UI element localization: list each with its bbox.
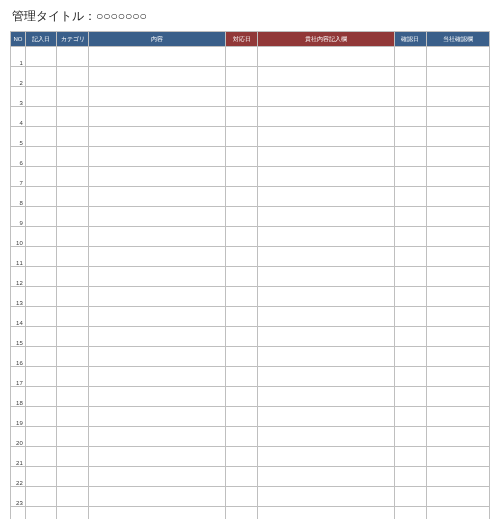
cell-ack-date xyxy=(395,507,427,520)
table-row: 10 xyxy=(11,227,490,247)
cell-our-confirm xyxy=(426,387,489,407)
table-row: 23 xyxy=(11,487,490,507)
cell-content xyxy=(89,107,226,127)
cell-our-confirm xyxy=(426,467,489,487)
cell-entry-date xyxy=(25,387,57,407)
cell-ack-date xyxy=(395,107,427,127)
cell-no: 22 xyxy=(11,467,26,487)
cell-content xyxy=(89,207,226,227)
table-row: 15 xyxy=(11,327,490,347)
cell-entry-date xyxy=(25,87,57,107)
cell-our-confirm xyxy=(426,507,489,520)
table-row: 16 xyxy=(11,347,490,367)
cell-no: 7 xyxy=(11,167,26,187)
header-entry-date: 記入日 xyxy=(25,32,57,47)
cell-entry-date xyxy=(25,407,57,427)
table-row: 21 xyxy=(11,447,490,467)
table-row: 24 xyxy=(11,507,490,520)
cell-our-confirm xyxy=(426,207,489,227)
cell-no: 13 xyxy=(11,287,26,307)
cell-their-entry xyxy=(257,127,394,147)
cell-content xyxy=(89,47,226,67)
cell-no: 6 xyxy=(11,147,26,167)
management-table: NO 記入日 カテゴリ 内容 対応日 貴社内容記入欄 確認日 当社確認欄 123… xyxy=(10,31,490,519)
cell-no: 2 xyxy=(11,67,26,87)
cell-their-entry xyxy=(257,447,394,467)
cell-no: 15 xyxy=(11,327,26,347)
cell-entry-date xyxy=(25,487,57,507)
header-row: NO 記入日 カテゴリ 内容 対応日 貴社内容記入欄 確認日 当社確認欄 xyxy=(11,32,490,47)
cell-category xyxy=(57,287,89,307)
table-row: 7 xyxy=(11,167,490,187)
cell-content xyxy=(89,67,226,87)
cell-content xyxy=(89,287,226,307)
cell-no: 16 xyxy=(11,347,26,367)
cell-ack-date xyxy=(395,67,427,87)
cell-no: 21 xyxy=(11,447,26,467)
cell-category xyxy=(57,47,89,67)
cell-our-confirm xyxy=(426,167,489,187)
cell-their-entry xyxy=(257,347,394,367)
cell-their-entry xyxy=(257,47,394,67)
cell-content xyxy=(89,247,226,267)
cell-ack-date xyxy=(395,447,427,467)
cell-no: 11 xyxy=(11,247,26,267)
cell-response-date xyxy=(226,47,258,67)
table-row: 17 xyxy=(11,367,490,387)
header-their-entry: 貴社内容記入欄 xyxy=(257,32,394,47)
cell-their-entry xyxy=(257,327,394,347)
cell-our-confirm xyxy=(426,327,489,347)
cell-ack-date xyxy=(395,47,427,67)
cell-ack-date xyxy=(395,367,427,387)
cell-entry-date xyxy=(25,67,57,87)
cell-ack-date xyxy=(395,267,427,287)
cell-ack-date xyxy=(395,247,427,267)
cell-their-entry xyxy=(257,467,394,487)
cell-no: 9 xyxy=(11,207,26,227)
cell-content xyxy=(89,467,226,487)
cell-response-date xyxy=(226,107,258,127)
cell-our-confirm xyxy=(426,447,489,467)
cell-their-entry xyxy=(257,367,394,387)
cell-category xyxy=(57,127,89,147)
cell-response-date xyxy=(226,507,258,520)
cell-ack-date xyxy=(395,287,427,307)
cell-content xyxy=(89,487,226,507)
cell-no: 10 xyxy=(11,227,26,247)
cell-category xyxy=(57,347,89,367)
table-row: 8 xyxy=(11,187,490,207)
cell-no: 17 xyxy=(11,367,26,387)
cell-their-entry xyxy=(257,307,394,327)
cell-response-date xyxy=(226,67,258,87)
cell-their-entry xyxy=(257,487,394,507)
cell-content xyxy=(89,327,226,347)
cell-category xyxy=(57,247,89,267)
table-row: 9 xyxy=(11,207,490,227)
cell-their-entry xyxy=(257,187,394,207)
table-row: 2 xyxy=(11,67,490,87)
cell-response-date xyxy=(226,87,258,107)
table-row: 20 xyxy=(11,427,490,447)
cell-content xyxy=(89,307,226,327)
cell-content xyxy=(89,87,226,107)
table-row: 14 xyxy=(11,307,490,327)
cell-content xyxy=(89,447,226,467)
cell-their-entry xyxy=(257,407,394,427)
cell-response-date xyxy=(226,127,258,147)
cell-our-confirm xyxy=(426,307,489,327)
cell-category xyxy=(57,227,89,247)
cell-entry-date xyxy=(25,207,57,227)
table-row: 6 xyxy=(11,147,490,167)
table-row: 19 xyxy=(11,407,490,427)
cell-their-entry xyxy=(257,107,394,127)
cell-category xyxy=(57,167,89,187)
header-no: NO xyxy=(11,32,26,47)
cell-category xyxy=(57,187,89,207)
cell-ack-date xyxy=(395,427,427,447)
cell-entry-date xyxy=(25,247,57,267)
cell-ack-date xyxy=(395,387,427,407)
cell-their-entry xyxy=(257,507,394,520)
cell-response-date xyxy=(226,167,258,187)
cell-our-confirm xyxy=(426,407,489,427)
cell-no: 18 xyxy=(11,387,26,407)
